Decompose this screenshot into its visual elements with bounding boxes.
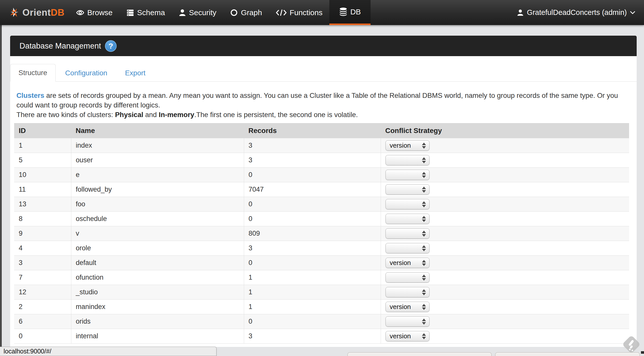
conflict-strategy-cell — [381, 168, 629, 182]
column-header-id: ID — [14, 123, 71, 138]
clusters-description: Clusters are sets of records grouped by … — [16, 91, 630, 120]
cluster-id-cell: 3 — [14, 256, 71, 270]
nav-label: DB — [350, 8, 361, 16]
select-arrows-icon — [422, 172, 426, 178]
select-arrows-icon — [422, 289, 426, 295]
bottom-panel-right — [495, 352, 640, 356]
orientdb-logo[interactable]: OrientDB — [0, 0, 65, 25]
cluster-id-cell: 12 — [14, 285, 71, 300]
nav-item-functions[interactable]: Functions — [269, 0, 329, 25]
cluster-records-cell: 3 — [244, 153, 381, 168]
physical-keyword: Physical — [115, 111, 143, 119]
cluster-id-cell: 9 — [14, 226, 71, 241]
description-paragraph-1: Clusters are sets of records grouped by … — [16, 91, 630, 110]
conflict-strategy-select[interactable] — [385, 214, 430, 224]
conflict-strategy-select[interactable]: version — [385, 302, 430, 312]
cluster-records-cell: 0 — [244, 314, 381, 329]
tab-structure[interactable]: Structure — [10, 64, 56, 82]
conflict-strategy-select[interactable]: version — [385, 331, 430, 341]
table-row: 5 ouser 3 — [14, 153, 629, 168]
cluster-id-cell: 2 — [14, 300, 71, 314]
conflict-strategy-select[interactable] — [385, 155, 430, 165]
conflict-strategy-select[interactable]: version — [385, 140, 430, 151]
conflict-strategy-cell — [381, 153, 629, 168]
conflict-strategy-select[interactable] — [385, 287, 430, 297]
cluster-name-cell: orids — [71, 314, 244, 329]
conflict-strategy-cell — [381, 197, 629, 212]
select-arrows-icon — [422, 157, 426, 163]
tab-configuration[interactable]: Configuration — [57, 64, 116, 82]
user-menu[interactable]: GratefulDeadConcerts (admin) — [517, 0, 635, 25]
tab-bar: Structure Configuration Export — [10, 64, 637, 82]
conflict-strategy-cell — [381, 182, 629, 197]
select-arrows-icon — [422, 260, 426, 266]
select-arrows-icon — [422, 216, 426, 222]
table-row: 3 default 0 version — [14, 256, 629, 270]
circle-icon — [230, 9, 238, 17]
cluster-records-cell: 1 — [244, 285, 381, 300]
cluster-id-cell: 7 — [14, 270, 71, 285]
select-value: version — [390, 142, 411, 149]
content-panel: Structure Configuration Export Clusters … — [10, 56, 637, 347]
chevron-down-icon — [630, 11, 635, 14]
cluster-records-cell: 1 — [244, 300, 381, 314]
nav-item-browse[interactable]: Browse — [69, 0, 119, 25]
cluster-name-cell: ouser — [71, 153, 244, 168]
conflict-strategy-cell — [381, 212, 629, 226]
conflict-strategy-select[interactable] — [385, 170, 430, 180]
nav-label: Browse — [87, 8, 113, 17]
conflict-strategy-cell: version — [381, 138, 629, 153]
nav-item-security[interactable]: Security — [172, 0, 223, 25]
cluster-records-cell: 3 — [244, 138, 381, 153]
description-text: There are two kinds of clusters: — [16, 111, 115, 119]
cluster-id-cell: 13 — [14, 197, 71, 212]
cluster-id-cell: 8 — [14, 212, 71, 226]
conflict-strategy-select[interactable] — [385, 228, 430, 239]
description-paragraph-2: There are two kinds of clusters: Physica… — [16, 110, 630, 120]
cluster-id-cell: 5 — [14, 153, 71, 168]
cluster-records-cell: 0 — [244, 256, 381, 270]
conflict-strategy-select[interactable] — [385, 316, 430, 327]
cluster-records-cell: 3 — [244, 329, 381, 344]
nav-label: Graph — [241, 8, 262, 17]
status-url: localhost:9000/#/ — [4, 348, 51, 355]
eye-icon — [76, 9, 84, 17]
conflict-strategy-select[interactable] — [385, 184, 430, 195]
table-row: 7 ofunction 1 — [14, 270, 629, 285]
cluster-records-cell: 1 — [244, 270, 381, 285]
cluster-id-cell: 11 — [14, 182, 71, 197]
cluster-name-cell: manindex — [71, 300, 244, 314]
nav-item-schema[interactable]: Schema — [119, 0, 172, 25]
conflict-strategy-select[interactable] — [385, 272, 430, 283]
cluster-name-cell: foo — [71, 197, 244, 212]
select-value: version — [390, 259, 411, 267]
clusters-link[interactable]: Clusters — [16, 92, 44, 99]
nav-item-graph[interactable]: Graph — [223, 0, 269, 25]
conflict-strategy-cell — [381, 285, 629, 300]
select-arrows-icon — [422, 333, 426, 339]
cluster-id-cell: 1 — [14, 138, 71, 153]
feedly-icon[interactable] — [621, 334, 642, 355]
table-row: 10 e 0 — [14, 168, 629, 182]
cluster-name-cell: _studio — [71, 285, 244, 300]
table-row: 8 oschedule 0 — [14, 212, 629, 226]
table-row: 13 foo 0 — [14, 197, 629, 212]
conflict-strategy-select[interactable]: version — [385, 258, 430, 268]
conflict-strategy-select[interactable] — [385, 199, 430, 209]
cluster-name-cell: followed_by — [71, 182, 244, 197]
tab-export[interactable]: Export — [117, 64, 154, 82]
table-row: 12 _studio 1 — [14, 285, 629, 300]
description-text: .The first one is persistent, the second… — [194, 111, 358, 119]
select-arrows-icon — [422, 319, 426, 325]
select-arrows-icon — [422, 201, 426, 207]
select-arrows-icon — [422, 304, 426, 310]
orientdb-wordmark: OrientDB — [23, 7, 65, 18]
cluster-records-cell: 0 — [244, 212, 381, 226]
nav-item-db[interactable]: DB — [329, 0, 371, 25]
page-title: Database Management — [19, 41, 101, 51]
conflict-strategy-select[interactable] — [385, 243, 430, 253]
select-arrows-icon — [422, 143, 426, 149]
select-value: version — [390, 303, 411, 311]
cluster-id-cell: 0 — [14, 329, 71, 344]
help-icon[interactable]: ? — [105, 40, 117, 52]
